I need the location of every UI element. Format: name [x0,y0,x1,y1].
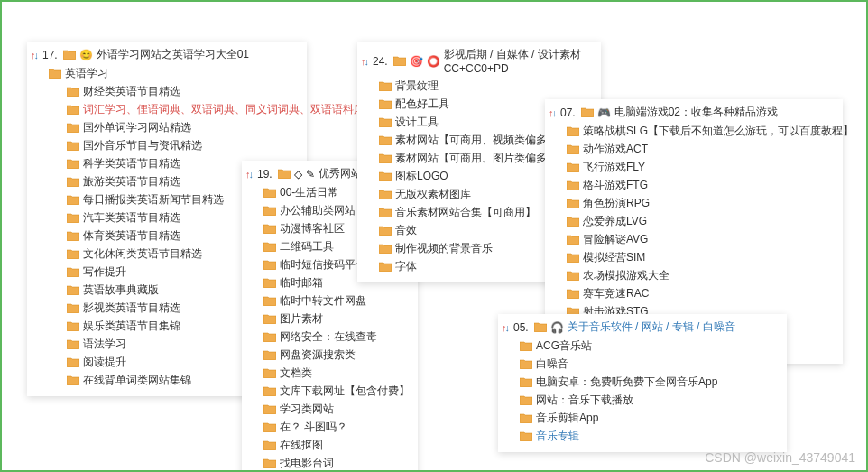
node-label: 无版权素材图库 [395,186,471,202]
node-label: 素材网站【可商用、图片类偏多】 [395,150,558,166]
tree-item[interactable]: 临时中转文件网盘 [263,292,411,310]
tree-item[interactable]: 文档类 [263,364,411,382]
panel-header: ↑↓ 17. 😊 外语学习网站之英语学习大全01 [31,45,300,64]
folder-icon [67,375,79,385]
tree-item[interactable]: 冒险解谜AVG [567,230,836,248]
tree-item[interactable]: 电脑安卓：免费听免费下全网音乐App [520,373,780,391]
folder-icon [520,341,532,351]
tree-item[interactable]: 国外单词学习网站精选 [67,118,300,136]
folder-icon [263,368,276,378]
tree-item[interactable]: 图片素材 [263,310,411,328]
tree-item[interactable]: 策略战棋SLG【下载后不知道怎么游玩，可以百度教程】 [567,122,836,140]
tree-item[interactable]: 网盘资源搜索类 [263,346,411,364]
node-label: 图片素材 [280,310,323,327]
folder-icon [67,159,79,169]
node-label: 娱乐类英语节目集锦 [83,318,180,334]
folder-icon [67,339,79,349]
folder-icon [379,117,392,127]
folder-icon [567,253,579,263]
tree-item[interactable]: 背景纹理 [379,77,594,95]
node-label: 背景纹理 [395,78,439,94]
node-label: 学习类网站 [280,401,334,417]
folder-icon [67,123,79,133]
tree-item[interactable]: 音乐专辑 [520,427,780,445]
tree-root[interactable]: 英语学习 [49,64,300,82]
folder-icon [263,458,276,468]
node-label: 字体 [395,258,417,274]
node-label: 汽车类英语节目精选 [83,209,180,226]
node-label: 图标LOGO [395,168,448,184]
node-label: 文档类 [280,365,312,381]
node-label: 格斗游戏FTG [583,177,648,193]
tree-item[interactable]: 在？ 斗图吗？ [263,418,411,436]
gamepad-icon: 🎮 [597,106,611,119]
node-label: 科学类英语节目精选 [83,155,180,171]
folder-icon [49,69,61,79]
tree-item[interactable]: ACG音乐站 [520,337,780,355]
node-label: 国外单词学习网站精选 [83,119,191,135]
tree-item[interactable]: 恋爱养成LVG [567,212,836,230]
folder-icon [379,81,392,91]
node-label: 赛车竞速RAC [583,285,649,301]
folder-icon [263,332,276,342]
node-label: 临时短信接码平台 [280,256,366,273]
node-label: 写作提升 [83,264,126,280]
tree-item[interactable]: 音乐剪辑App [520,409,780,427]
folder-icon [379,208,392,217]
folder-icon [67,213,79,223]
node-label: 音效 [395,222,417,238]
tree-item[interactable]: 白噪音 [520,355,780,373]
sort-icon: ↑↓ [502,322,508,333]
folder-icon [67,231,79,241]
folder-icon [379,135,392,145]
panel-header: ↑↓ 05. 🎧 关于音乐软件 / 网站 / 专辑 / 白噪音 [502,318,780,337]
tree-item[interactable]: 网络安全：在线查毒 [263,328,411,346]
tree-item[interactable]: 国外音乐节目与资讯精选 [67,136,300,154]
folder-icon [520,431,532,441]
folder-icon [567,162,579,172]
node-label: 财经类英语节目精选 [83,83,180,99]
folder-icon [263,224,276,234]
tree-item[interactable]: 财经类英语节目精选 [67,82,300,100]
node-label: 网站：音乐下载播放 [536,392,633,408]
node-label: 音乐素材网站合集【可商用】 [395,204,536,220]
tree-item[interactable]: 格斗游戏FTG [567,176,836,194]
folder-icon [567,289,579,299]
folder-icon [379,99,392,109]
panel-number: 05. [513,321,529,334]
tree-item[interactable]: 模拟经营SIM [567,248,836,266]
folder-icon [379,244,392,254]
tree-item[interactable]: 赛车竞速RAC [567,284,836,302]
tree-item[interactable]: 网站：音乐下载播放 [520,391,780,409]
node-label: 音乐专辑 [536,428,579,444]
node-label: 在？ 斗图吗？ [280,419,347,435]
tree-item[interactable]: 飞行游戏FLY [567,158,836,176]
folder-icon [263,422,276,432]
tree-item[interactable]: 动作游戏ACT [567,140,836,158]
sort-icon: ↑↓ [361,56,367,67]
folder-icon [567,235,579,245]
folder-icon [567,271,579,281]
tree-item[interactable]: 学习类网站 [263,400,411,418]
panel-title: 外语学习网站之英语学习大全01 [97,47,249,62]
folder-icon [263,314,276,324]
folder-icon [567,199,579,208]
tree-item[interactable]: 角色扮演RPG [567,194,836,212]
node-label: 文库下载网址【包含付费】 [280,383,410,399]
tree-item[interactable]: 文库下载网址【包含付费】 [263,382,411,400]
folder-icon [263,260,276,270]
folder-icon [67,177,79,187]
folder-icon [379,171,392,181]
tree-item[interactable]: 词汇学习、俚语词典、双语词典、同义词词典、双语语料库 [67,100,300,118]
folder-icon [67,321,79,331]
node-label: 文化休闲类英语节目精选 [83,245,202,262]
node-label: 策略战棋SLG【下载后不知道怎么游玩，可以百度教程】 [583,123,854,139]
tree-item[interactable]: 在线抠图 [263,436,411,454]
folder-icon [67,105,79,115]
folder-icon [67,87,79,97]
node-label: 二维码工具 [280,238,334,255]
tree-item[interactable]: 找电影台词 [263,454,411,472]
node-label: 农场模拟游戏大全 [583,267,669,283]
folder-icon [520,377,532,387]
tree-item[interactable]: 农场模拟游戏大全 [567,266,836,284]
